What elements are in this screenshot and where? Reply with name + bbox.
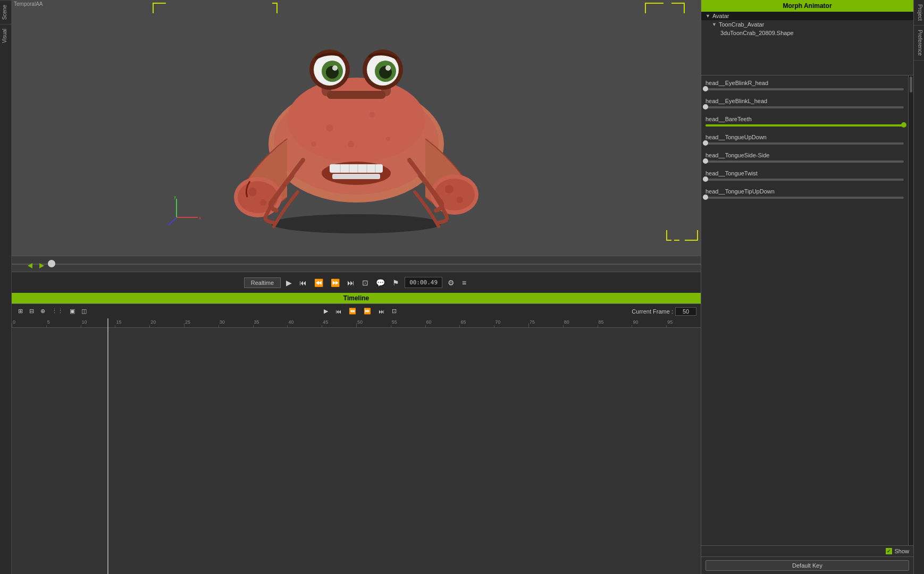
realtime-button[interactable]: Realtime — [244, 277, 281, 288]
svg-point-26 — [332, 65, 338, 71]
morph-slider-thumb-tongue-twist[interactable] — [703, 176, 708, 182]
morph-slider-thumb-eye-blink-l[interactable] — [703, 104, 708, 109]
tree-item-avatar[interactable]: ▼ Avatar — [701, 12, 913, 20]
morph-slider-thumb-tongue-tip[interactable] — [703, 195, 708, 200]
show-row: ✓ Show — [701, 545, 913, 556]
tree-item-shape[interactable]: 3duToonCrab_20809.Shape — [701, 29, 913, 37]
tl-rew[interactable]: ⏪ — [347, 307, 358, 316]
morph-slider-thumb-bare-teeth[interactable] — [901, 122, 906, 128]
scrubber-arrow-left[interactable] — [28, 263, 32, 268]
svg-point-10 — [326, 124, 333, 132]
tree-item-toon-crab[interactable]: ▼ ToonCrab_Avatar — [701, 20, 913, 29]
tool-btn-6[interactable]: ◫ — [79, 307, 89, 316]
svg-rect-29 — [330, 164, 383, 173]
play-button[interactable]: ▶ — [284, 277, 294, 288]
left-sidebar: Scene Visual — [0, 0, 12, 574]
right-sidebar: Project Preference — [913, 0, 924, 574]
morph-entry-tongue-twist: head__TongueTwist — [705, 170, 904, 181]
tl-next[interactable]: ⏭ — [376, 307, 387, 316]
tool-btn-5[interactable]: ▣ — [68, 307, 77, 316]
morph-label-tongue-twist: head__TongueTwist — [705, 170, 904, 176]
svg-rect-17 — [327, 91, 385, 99]
morph-slider-track-tongue-ss[interactable] — [705, 161, 904, 163]
morph-content-area: head__EyeBlinkR_head head__EyeBlinkL_hea… — [701, 75, 913, 545]
sidebar-tab-visual[interactable]: Visual — [0, 24, 11, 47]
chat-button[interactable]: 💬 — [374, 277, 387, 288]
morph-entry-bare-teeth: head__BareTeeth — [705, 116, 904, 126]
scrubber-area — [12, 256, 701, 272]
tree-label-shape: 3duToonCrab_20809.Shape — [720, 30, 794, 36]
morph-entry-tongue-ss: head__TongueSide-Side — [705, 152, 904, 163]
tl-fwd[interactable]: ⏩ — [362, 307, 373, 316]
scrubber-track — [12, 264, 701, 265]
tree-label-toon-crab: ToonCrab_Avatar — [719, 21, 764, 28]
bottom-toolbar: ⊞ ⊟ ⊕ ⋮⋮ ▣ ◫ ▶ ⏮ ⏪ ⏩ ⏭ ⊡ Current Frame :… — [12, 303, 701, 318]
morph-slider-track-bare-teeth[interactable] — [705, 124, 904, 126]
extra-button[interactable]: ≡ — [460, 277, 468, 288]
morph-slider-track-eye-blink-r[interactable] — [705, 88, 904, 90]
scrollbar-thumb[interactable] — [910, 77, 912, 92]
sidebar-tab-project[interactable]: Project — [914, 0, 924, 26]
svg-point-42 — [445, 185, 453, 193]
morph-scrollbar[interactable] — [908, 75, 913, 545]
morph-entry-tongue-tip: head__TongueTipUpDown — [705, 188, 904, 199]
transport-bar: Realtime ▶ ⏮ ⏪ ⏩ ⏭ ⊡ 💬 ⚑ 00:00.49 ⚙ ≡ — [12, 272, 701, 293]
tree-arrow-toon-crab: ▼ — [712, 22, 717, 27]
tl-loop[interactable]: ⊡ — [390, 307, 399, 316]
scrubber-thumb[interactable] — [48, 260, 55, 267]
prev-button[interactable]: ⏮ — [297, 277, 309, 288]
timeline-ruler-area[interactable]: 0510152025303540455055606570758085909510… — [12, 318, 701, 574]
morph-slider-track-tongue-twist[interactable] — [705, 179, 904, 181]
timeline-label: Timeline — [12, 293, 701, 303]
morph-label-eye-blink-l: head__EyeBlinkL_head — [705, 98, 904, 104]
next-button[interactable]: ⏭ — [345, 277, 357, 288]
morph-entry-eye-blink-r: head__EyeBlinkR_head — [705, 80, 904, 90]
tool-btn-4[interactable]: ⋮⋮ — [49, 307, 65, 316]
ruler-bar: 0510152025303540455055606570758085909510… — [12, 318, 701, 328]
time-display: 00:00.49 — [405, 277, 442, 288]
flag-button[interactable]: ⚑ — [390, 277, 401, 288]
viewport-3d[interactable]: TemporalAA x y — [12, 0, 701, 256]
svg-point-27 — [385, 65, 391, 71]
morph-slider-thumb-tongue-ss[interactable] — [703, 158, 708, 164]
current-frame-input[interactable]: 50 — [675, 307, 696, 316]
morph-slider-track-eye-blink-l[interactable] — [705, 106, 904, 108]
morph-slider-track-tongue-tip[interactable] — [705, 197, 904, 199]
svg-point-11 — [369, 112, 375, 117]
morph-slider-thumb-tongue-ud[interactable] — [703, 140, 708, 146]
morph-label-eye-blink-r: head__EyeBlinkR_head — [705, 80, 904, 86]
default-key-area: Default Key — [701, 556, 913, 574]
tool-btn-2[interactable]: ⊟ — [27, 307, 36, 316]
svg-rect-35 — [332, 174, 380, 179]
check-mark: ✓ — [887, 548, 891, 554]
morph-animator-panel: Morph Animator ▼ Avatar ▼ ToonCrab_Avata… — [701, 0, 913, 574]
show-checkbox-container[interactable]: ✓ Show — [886, 548, 909, 554]
morph-animator-header: Morph Animator — [701, 0, 913, 12]
tree-panel[interactable]: ▼ Avatar ▼ ToonCrab_Avatar 3duToonCrab_2… — [701, 12, 913, 75]
svg-point-9 — [287, 78, 425, 163]
sidebar-tab-preference[interactable]: Preference — [914, 26, 924, 61]
morph-slider-thumb-eye-blink-r[interactable] — [703, 86, 708, 91]
tool-btn-3[interactable]: ⊕ — [38, 307, 47, 316]
scrubber-arrow-right[interactable] — [39, 263, 44, 268]
morph-entry-eye-blink-l: head__EyeBlinkL_head — [705, 98, 904, 108]
settings-button[interactable]: ⚙ — [446, 277, 457, 288]
svg-point-38 — [248, 188, 257, 196]
sidebar-tab-scene[interactable]: Scene — [0, 0, 11, 24]
morph-sliders: head__EyeBlinkR_head head__EyeBlinkL_hea… — [701, 75, 908, 545]
loop-button[interactable]: ⊡ — [360, 277, 371, 288]
morph-slider-track-tongue-ud[interactable] — [705, 142, 904, 145]
show-checkbox[interactable]: ✓ — [886, 548, 892, 554]
svg-point-39 — [260, 199, 266, 206]
crab-svg — [223, 16, 489, 240]
morph-label-tongue-tip: head__TongueTipUpDown — [705, 188, 904, 195]
rewind-button[interactable]: ⏪ — [312, 277, 325, 288]
tl-play[interactable]: ▶ — [322, 307, 330, 316]
tree-label-avatar: Avatar — [712, 13, 729, 19]
tool-btn-1[interactable]: ⊞ — [16, 307, 25, 316]
playhead — [107, 318, 108, 574]
morph-label-tongue-ss: head__TongueSide-Side — [705, 152, 904, 158]
default-key-button[interactable]: Default Key — [705, 560, 909, 571]
forward-button[interactable]: ⏩ — [329, 277, 342, 288]
tl-prev[interactable]: ⏮ — [333, 307, 343, 316]
